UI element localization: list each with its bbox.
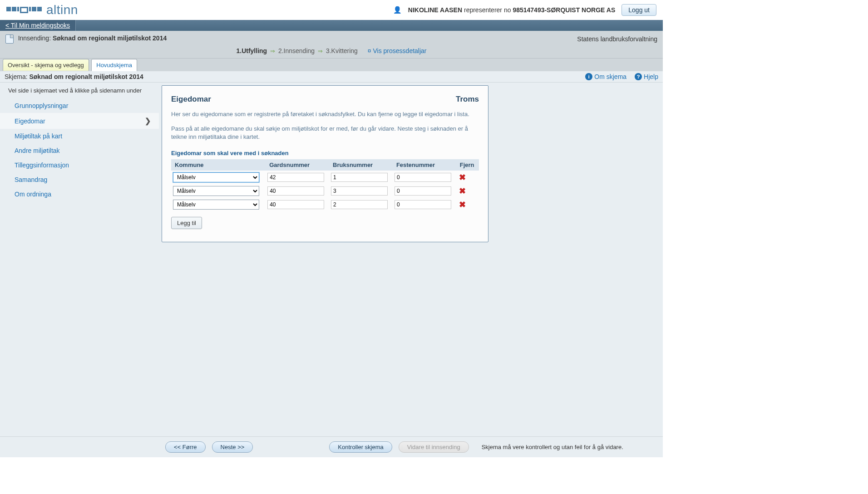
intro-text-2: Pass på at alle eigedomane du skal søkje… bbox=[171, 125, 479, 141]
bruk-input[interactable] bbox=[331, 186, 388, 196]
form-head: Eigedomar Troms bbox=[171, 95, 479, 104]
org-text: 985147493-SØRQUIST NORGE AS bbox=[513, 6, 615, 14]
remove-row-button[interactable]: ✖ bbox=[458, 200, 467, 210]
nav-miljotiltak-kart[interactable]: Miljøtiltak på kart bbox=[0, 129, 159, 143]
logout-button[interactable]: Logg ut bbox=[621, 4, 656, 16]
arrow-icon: ⇒ bbox=[270, 48, 275, 54]
main-panel: Eigedomar Troms Her ser du eigedomane so… bbox=[159, 83, 663, 436]
sidebar-intro: Vel side i skjemaet ved å klikke på side… bbox=[0, 87, 159, 98]
help-link[interactable]: ? Hjelp bbox=[635, 73, 658, 80]
table-row: Målselv ✖ bbox=[171, 184, 479, 198]
top-link-bar: < Til Min meldingsboks bbox=[0, 20, 663, 31]
table-row: Målselv ✖ bbox=[171, 171, 479, 184]
nav-samandrag[interactable]: Samandrag bbox=[0, 172, 159, 187]
help-links: i Om skjema ? Hjelp bbox=[585, 73, 658, 80]
bottom-bar: << Førre Neste >> Kontroller skjema Vida… bbox=[0, 436, 663, 457]
bottom-note: Skjema må vere kontrollert og utan feil … bbox=[482, 444, 623, 450]
gard-input[interactable] bbox=[267, 173, 324, 182]
control-buttons: Kontroller skjema Vidare til innsending bbox=[329, 441, 469, 453]
user-area: 👤 NIKOLINE AASEN representerer no 985147… bbox=[393, 4, 656, 16]
agency-name: Statens landbruksforvaltning bbox=[577, 35, 657, 43]
kommune-select[interactable]: Målselv bbox=[173, 172, 259, 182]
step-2: 2.Innsending bbox=[278, 47, 315, 54]
chevron-right-icon: ❯ bbox=[145, 117, 151, 125]
document-icon bbox=[5, 34, 14, 44]
header: altinn 👤 NIKOLINE AASEN representerer no… bbox=[0, 0, 663, 20]
info-icon: i bbox=[585, 73, 592, 80]
col-bruk: Bruksnummer bbox=[329, 159, 393, 171]
process-steps: 1.Utfylling ⇒ 2.Innsending ⇒ 3.Kvitterin… bbox=[5, 47, 657, 54]
tab-overview[interactable]: Oversikt - skjema og vedlegg bbox=[3, 59, 89, 71]
nav-grunnopplysningar[interactable]: Grunnopplysningar bbox=[0, 98, 159, 113]
tabs-row: Oversikt - skjema og vedlegg Hovudskjema bbox=[0, 58, 663, 71]
feste-input[interactable] bbox=[395, 200, 451, 209]
col-fjern: Fjern bbox=[456, 159, 479, 171]
represents-text: representerer no bbox=[464, 6, 511, 14]
col-gard: Gardsnummer bbox=[266, 159, 329, 171]
step-1: 1.Utfylling bbox=[236, 47, 267, 54]
submission-prefix: Innsending: bbox=[18, 34, 51, 42]
forward-button: Vidare til innsending bbox=[399, 441, 469, 453]
nav-tilleggsinformasjon[interactable]: Tilleggsinformasjon bbox=[0, 158, 159, 172]
kommune-select[interactable]: Målselv bbox=[173, 186, 259, 196]
check-schema-button[interactable]: Kontroller skjema bbox=[329, 441, 392, 453]
table-subheading: Eigedomar som skal vere med i søknaden bbox=[171, 150, 479, 157]
feste-input[interactable] bbox=[395, 173, 451, 182]
next-button[interactable]: Neste >> bbox=[212, 441, 253, 453]
arrow-icon: ⇒ bbox=[318, 48, 323, 54]
about-schema-link[interactable]: i Om skjema bbox=[585, 73, 626, 80]
properties-table: Kommune Gardsnummer Bruksnummer Festenum… bbox=[171, 159, 479, 211]
gard-input[interactable] bbox=[267, 186, 324, 196]
nav-buttons: << Førre Neste >> bbox=[165, 441, 253, 453]
form-box: Eigedomar Troms Her ser du eigedomane so… bbox=[162, 85, 488, 242]
schema-prefix: Skjema: bbox=[5, 73, 28, 80]
submission-label: Innsending: Søknad om regionalt miljøtil… bbox=[18, 34, 167, 42]
nav-eigedomar[interactable]: Eigedomar ❯ bbox=[0, 113, 159, 129]
feste-input[interactable] bbox=[395, 186, 451, 196]
remove-row-button[interactable]: ✖ bbox=[458, 172, 467, 182]
help-label: Hjelp bbox=[644, 73, 658, 80]
user-text: NIKOLINE AASEN representerer no 98514749… bbox=[408, 6, 615, 14]
nav-andre-miljotiltak[interactable]: Andre miljøtiltak bbox=[0, 143, 159, 158]
prev-button[interactable]: << Førre bbox=[165, 441, 206, 453]
gard-input[interactable] bbox=[267, 200, 324, 209]
tab-main-form[interactable]: Hovudskjema bbox=[91, 59, 137, 71]
brand-text: altinn bbox=[46, 3, 78, 17]
col-kommune: Kommune bbox=[171, 159, 266, 171]
add-property-button[interactable]: Legg til bbox=[171, 217, 202, 229]
region-name: Troms bbox=[456, 95, 479, 104]
nav-om-ordninga[interactable]: Om ordninga bbox=[0, 187, 159, 201]
logo-icon bbox=[6, 7, 42, 13]
process-details-link[interactable]: Vis prosessdetaljar bbox=[368, 47, 427, 54]
bruk-input[interactable] bbox=[331, 173, 388, 182]
user-icon: 👤 bbox=[393, 6, 402, 14]
logo-area: altinn bbox=[6, 3, 78, 17]
body-wrap: Vel side i skjemaet ved å klikke på side… bbox=[0, 83, 663, 436]
kommune-select[interactable]: Målselv bbox=[173, 200, 259, 210]
form-heading: Eigedomar bbox=[171, 95, 211, 104]
submission-left: Innsending: Søknad om regionalt miljøtil… bbox=[5, 34, 167, 44]
schema-title: Søknad om regionalt miljøtilskot 2014 bbox=[29, 73, 143, 80]
table-row: Målselv ✖ bbox=[171, 198, 479, 211]
submission-bar: Innsending: Søknad om regionalt miljøtil… bbox=[0, 31, 663, 71]
inbox-link[interactable]: < Til Min meldingsboks bbox=[0, 20, 76, 31]
bruk-input[interactable] bbox=[331, 200, 388, 209]
intro-text-1: Her ser du eigedomane som er registrerte… bbox=[171, 110, 479, 118]
sidebar: Vel side i skjemaet ved å klikke på side… bbox=[0, 83, 159, 436]
user-name: NIKOLINE AASEN bbox=[408, 6, 462, 14]
step-3: 3.Kvittering bbox=[326, 47, 358, 54]
schema-title-left: Skjema: Søknad om regionalt miljøtilskot… bbox=[5, 73, 143, 80]
help-icon: ? bbox=[635, 73, 642, 80]
schema-title-bar: Skjema: Søknad om regionalt miljøtilskot… bbox=[0, 71, 663, 83]
about-label: Om skjema bbox=[594, 73, 626, 80]
col-feste: Festenummer bbox=[393, 159, 456, 171]
remove-row-button[interactable]: ✖ bbox=[458, 186, 467, 196]
nav-eigedomar-label: Eigedomar bbox=[15, 117, 45, 125]
submission-title: Søknad om regionalt miljøtilskot 2014 bbox=[53, 34, 167, 42]
